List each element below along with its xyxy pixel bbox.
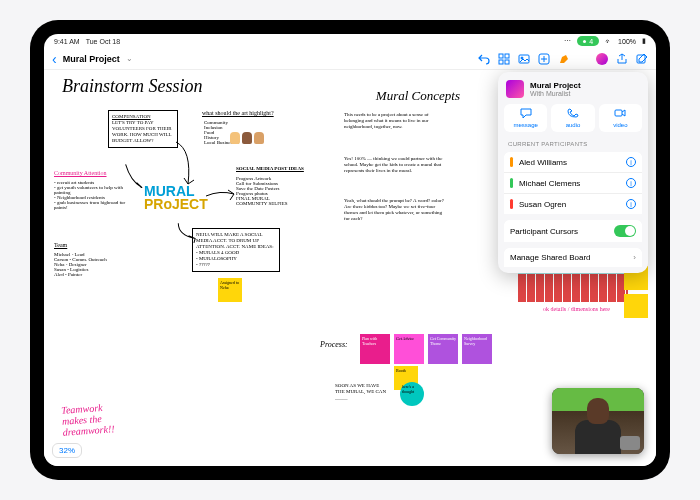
audio-button[interactable]: audio: [551, 104, 594, 132]
cursors-toggle-row[interactable]: Participant Cursors: [504, 220, 642, 242]
status-bar: 9:41 AM Tue Oct 18 ⋯ 4 ᯤ 100% ▮: [44, 34, 656, 48]
add-icon[interactable]: [538, 53, 550, 65]
battery-text: 100%: [618, 38, 636, 45]
collaborator-avatar[interactable]: [596, 53, 608, 65]
sticky-process-1[interactable]: Plan with Teachers: [360, 334, 390, 364]
facetime-pip[interactable]: [552, 388, 644, 454]
share-subtitle: With Muralist: [530, 90, 581, 97]
info-icon[interactable]: i: [626, 157, 636, 167]
participant-name: Susan Ogren: [519, 200, 620, 209]
details-label: ok details / dimensions here: [543, 306, 610, 312]
multitask-icon[interactable]: ⋯: [564, 37, 571, 45]
participant-name: Michael Clemens: [519, 179, 620, 188]
share-title: Mural Project: [530, 81, 581, 90]
facetime-pill[interactable]: 4: [577, 36, 599, 46]
arrow-2: [124, 162, 150, 188]
status-time: 9:41 AM: [54, 38, 80, 45]
highlight-heading: what should the art highlight?: [202, 110, 274, 116]
participant-name: Aled Williams: [519, 158, 620, 167]
facetime-self-view[interactable]: [620, 436, 640, 450]
pen-tool-icon[interactable]: [558, 53, 570, 65]
team-heading: Team: [54, 242, 67, 248]
soon-label: SOON AS WE HAVE THE MURAL, WE CAN _____: [332, 380, 390, 404]
media-icon[interactable]: [518, 53, 530, 65]
wifi-icon: ᯤ: [605, 38, 612, 45]
info-icon[interactable]: i: [626, 199, 636, 209]
team-list: Michael - Lead Carson - Comm. Outreach N…: [54, 252, 107, 277]
solidarity-fists-illustration: [230, 132, 264, 144]
social-heading: SOCIAL MEDIA POST IDEAS: [236, 166, 304, 171]
svg-rect-2: [499, 60, 503, 64]
participant-row[interactable]: Aled Williams i: [504, 152, 642, 173]
concepts-p3: Yeah, what should the prompt be? A word?…: [344, 198, 448, 222]
svg-rect-0: [499, 54, 503, 58]
concepts-p2: Yes! 100% — thinking we could partner wi…: [344, 156, 444, 174]
participant-row[interactable]: Michael Clemens i: [504, 173, 642, 194]
arrow-1: [174, 140, 204, 190]
participant-color-dot: [510, 157, 513, 167]
manage-board-row[interactable]: Manage Shared Board ›: [504, 248, 642, 267]
board-avatar: [506, 80, 524, 98]
svg-rect-8: [615, 110, 622, 116]
sticky-process-2[interactable]: Get Advice: [394, 334, 424, 364]
sticky-process-4[interactable]: Neighborhood Survey: [462, 334, 492, 364]
participant-color-dot: [510, 199, 513, 209]
share-icon[interactable]: [616, 53, 628, 65]
ipad-frame: 9:41 AM Tue Oct 18 ⋯ 4 ᯤ 100% ▮ ‹ Mural …: [30, 20, 670, 480]
sticky-detail-2[interactable]: [624, 294, 648, 318]
svg-rect-1: [505, 54, 509, 58]
screen: 9:41 AM Tue Oct 18 ⋯ 4 ᯤ 100% ▮ ‹ Mural …: [44, 34, 656, 466]
board-title[interactable]: Mural Project: [63, 54, 120, 64]
cursors-toggle[interactable]: [614, 225, 636, 237]
grid-icon[interactable]: [498, 53, 510, 65]
chevron-right-icon: ›: [633, 253, 636, 262]
compensation-box[interactable]: COMPENSATION LET'S TRY TO PAY VOLUNTEERS…: [108, 110, 178, 148]
concepts-title: Mural Concepts: [376, 88, 460, 104]
status-date: Tue Oct 18: [86, 38, 120, 45]
battery-icon: ▮: [642, 37, 646, 45]
back-button[interactable]: ‹: [52, 51, 57, 67]
sticky-process-3[interactable]: Get Community Theme: [428, 334, 458, 364]
message-button[interactable]: message: [504, 104, 547, 132]
canvas-title: Brainstorm Session: [62, 76, 203, 97]
video-button[interactable]: video: [599, 104, 642, 132]
title-chevron-icon[interactable]: ⌄: [126, 54, 133, 63]
zoom-indicator[interactable]: 32%: [52, 443, 82, 458]
svg-rect-3: [505, 60, 509, 64]
social-list: Progress Artwork Call for Submissions Sa…: [236, 176, 288, 206]
attention-list: - recruit art students - get youth volun…: [54, 180, 130, 210]
teamwork-text: Teamwork makes the dreamwork!!: [61, 401, 115, 438]
attention-heading: Community Attention: [54, 170, 107, 176]
share-panel: Mural Project With Muralist message audi…: [498, 72, 648, 273]
share-header: Mural Project With Muralist: [504, 78, 642, 104]
concepts-p1: This needs to be a project about a sense…: [344, 112, 440, 130]
app-toolbar: ‹ Mural Project ⌄: [44, 48, 656, 70]
arrow-3: [204, 188, 236, 202]
compose-icon[interactable]: [636, 53, 648, 65]
sticky-thought[interactable]: here's a thought: [400, 382, 424, 406]
neha-box[interactable]: NEHA WILL MAKE A SOCIAL MEDIA ACCT. TO D…: [192, 228, 280, 272]
participant-color-dot: [510, 178, 513, 188]
sticky-assigned[interactable]: Assigned to Neha: [218, 278, 242, 302]
arrow-4: [174, 222, 198, 246]
participants-section-label: CURRENT PARTICIPANTS: [504, 138, 642, 150]
info-icon[interactable]: i: [626, 178, 636, 188]
undo-icon[interactable]: [478, 53, 490, 65]
process-label: Process:: [320, 340, 348, 349]
participant-row[interactable]: Susan Ogren i: [504, 194, 642, 214]
